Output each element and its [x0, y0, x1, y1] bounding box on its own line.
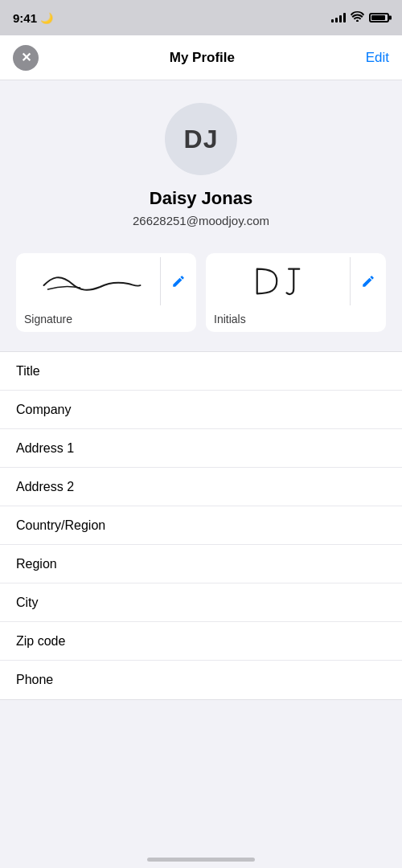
status-icons	[331, 11, 389, 24]
signature-card: Signature	[16, 253, 196, 332]
signature-edit-button[interactable]	[161, 274, 196, 289]
signature-label: Signature	[16, 309, 196, 332]
field-label-address-2: Address 2	[16, 480, 74, 494]
pencil-icon	[361, 274, 375, 289]
field-row[interactable]: City	[0, 583, 402, 622]
field-label-company: Company	[16, 403, 71, 417]
field-row[interactable]: Address 2	[0, 468, 402, 506]
close-icon: ✕	[21, 51, 31, 64]
initials-edit-button[interactable]	[351, 274, 386, 289]
time-text: 9:41	[13, 11, 37, 25]
field-label-title: Title	[16, 364, 40, 379]
field-label-phone: Phone	[16, 673, 53, 687]
initials-card: Initials	[206, 253, 386, 332]
profile-email: 26628251@moodjoy.com	[133, 214, 269, 227]
page-title: My Profile	[170, 50, 235, 66]
field-row[interactable]: Title	[0, 352, 402, 391]
initials-svg	[250, 261, 306, 301]
nav-bar: ✕ My Profile Edit	[0, 35, 402, 80]
field-label-region: Region	[16, 557, 57, 571]
signature-initials-section: Signature Initials	[0, 240, 402, 345]
status-time-display: 9:41 🌙	[13, 11, 53, 25]
initials-drawing	[206, 255, 350, 308]
profile-section: DJ Daisy Jonas 26628251@moodjoy.com	[0, 80, 402, 240]
field-row[interactable]: Phone	[0, 661, 402, 699]
field-row[interactable]: Zip code	[0, 622, 402, 661]
signature-drawing	[16, 255, 160, 308]
moon-icon: 🌙	[40, 12, 53, 24]
avatar-initials: DJ	[184, 125, 219, 154]
home-indicator	[147, 858, 255, 862]
edit-button[interactable]: Edit	[366, 50, 389, 66]
avatar: DJ	[165, 103, 237, 175]
field-label-country-region: Country/Region	[16, 518, 105, 533]
field-row[interactable]: Company	[0, 391, 402, 429]
field-label-city: City	[16, 596, 39, 610]
wifi-icon	[351, 11, 364, 24]
close-button[interactable]: ✕	[13, 45, 39, 71]
field-row[interactable]: Country/Region	[0, 506, 402, 545]
field-row[interactable]: Address 1	[0, 429, 402, 468]
status-bar: 9:41 🌙	[0, 0, 402, 35]
signal-icon	[331, 13, 346, 23]
pencil-icon	[171, 274, 186, 289]
field-row[interactable]: Region	[0, 545, 402, 583]
field-label-address-1: Address 1	[16, 441, 74, 456]
field-label-zip-code: Zip code	[16, 634, 65, 649]
signature-svg	[23, 261, 154, 301]
fields-section: TitleCompanyAddress 1Address 2Country/Re…	[0, 351, 402, 700]
profile-name: Daisy Jonas	[150, 188, 252, 209]
battery-icon	[369, 13, 389, 23]
initials-label: Initials	[206, 309, 386, 332]
